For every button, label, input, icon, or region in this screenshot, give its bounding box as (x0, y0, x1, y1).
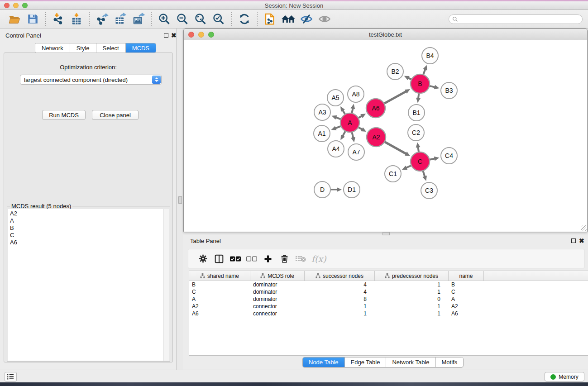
export-image-icon[interactable] (131, 11, 146, 27)
table-cell[interactable]: A (189, 295, 250, 303)
search-field[interactable] (449, 14, 583, 24)
table-cell[interactable]: A6 (189, 310, 250, 317)
table-row[interactable]: Bdominator41B (189, 281, 588, 288)
graph-node-C2[interactable]: C2 (408, 124, 424, 141)
hide-panels-icon[interactable] (299, 11, 314, 27)
table-cell[interactable]: 1 (375, 303, 449, 310)
float-panel-icon[interactable] (164, 33, 168, 38)
export-network-icon[interactable] (95, 11, 110, 27)
table-cell[interactable]: connector (250, 303, 305, 310)
graph-node-B2[interactable]: B2 (387, 63, 403, 80)
tab-select[interactable]: Select (96, 43, 126, 52)
memory-button[interactable]: Memory (545, 372, 584, 381)
graph-node-A2[interactable]: A2 (367, 128, 386, 147)
graph-node-A8[interactable]: A8 (348, 86, 364, 102)
table-cell[interactable]: A2 (189, 303, 250, 310)
graph-node-B3[interactable]: B3 (441, 82, 457, 99)
tab-network[interactable]: Network (35, 43, 70, 52)
horizontal-split-handle[interactable] (382, 232, 390, 235)
network-canvas[interactable]: B4B2BB3A5A8A6B1A3AC2A1A2A4A7C4CC1C3DD1 (184, 41, 587, 232)
tab-edge-table[interactable]: Edge Table (345, 357, 387, 367)
column-view-icon[interactable] (211, 251, 227, 267)
table-row[interactable]: A2connector11A2 (189, 303, 588, 310)
show-panels-icon[interactable] (317, 11, 332, 27)
result-item[interactable]: A2 (10, 210, 163, 217)
add-column-icon[interactable] (260, 251, 276, 267)
zoom-selected-icon[interactable] (211, 11, 226, 27)
graph-node-A3[interactable]: A3 (314, 104, 330, 120)
table-row[interactable]: Cdominator41C (189, 288, 588, 295)
table-row[interactable]: Adominator80A (189, 295, 588, 303)
table-cell[interactable]: A6 (449, 310, 484, 317)
function-builder-icon[interactable]: f(x) (311, 254, 326, 264)
column-header-MCDS-role[interactable]: MCDS role (250, 271, 305, 281)
table-cell[interactable]: 4 (305, 281, 375, 288)
float-table-panel-icon[interactable] (571, 238, 576, 243)
graph-node-A5[interactable]: A5 (327, 90, 344, 106)
delete-column-icon[interactable] (276, 251, 292, 267)
table-cell[interactable]: 8 (305, 295, 375, 303)
open-session-icon[interactable] (7, 11, 22, 27)
graph-edge[interactable] (384, 141, 407, 154)
graph-node-C3[interactable]: C3 (421, 182, 437, 199)
table-cell[interactable]: 1 (305, 310, 375, 317)
table-cell[interactable]: connector (250, 310, 305, 317)
graph-node-C4[interactable]: C4 (441, 148, 457, 164)
table-cell[interactable]: 1 (305, 303, 375, 310)
vertical-split-handle[interactable] (178, 196, 182, 204)
resize-grip-icon[interactable] (581, 225, 587, 231)
tab-style[interactable]: Style (70, 43, 96, 52)
graph-node-B[interactable]: B (411, 74, 430, 93)
result-item[interactable]: A6 (10, 239, 163, 246)
result-item[interactable]: A (10, 217, 163, 224)
home-icon[interactable] (281, 11, 296, 27)
delete-table-icon[interactable] (292, 251, 309, 267)
graph-edge[interactable] (383, 91, 407, 104)
tab-node-table[interactable]: Node Table (303, 357, 345, 367)
column-header-successor-nodes[interactable]: successor nodes (305, 271, 375, 281)
new-network-file-icon[interactable] (263, 11, 278, 27)
table-cell[interactable]: 1 (375, 288, 449, 295)
criterion-dropdown[interactable]: largest connected component (directed) (20, 75, 162, 85)
table-settings-gear-icon[interactable] (195, 251, 211, 267)
import-network-icon[interactable] (51, 11, 66, 27)
result-scrollbar[interactable] (163, 209, 169, 361)
graph-node-B4[interactable]: B4 (422, 48, 438, 64)
tab-motifs[interactable]: Motifs (436, 357, 464, 367)
graph-node-A[interactable]: A (340, 113, 359, 132)
close-panel-button[interactable]: Close panel (92, 110, 139, 120)
run-mcds-button[interactable]: Run MCDS (42, 110, 86, 120)
graph-node-A7[interactable]: A7 (348, 144, 364, 160)
close-table-panel-icon[interactable]: ✖ (579, 238, 584, 243)
search-input[interactable] (458, 16, 582, 23)
graph-node-A4[interactable]: A4 (328, 141, 344, 157)
graph-node-D[interactable]: D (314, 181, 330, 198)
table-cell[interactable]: C (189, 288, 250, 295)
mcds-result-list[interactable]: A2ABCA6 (8, 209, 163, 361)
task-history-button[interactable] (5, 372, 17, 381)
tab-network-table[interactable]: Network Table (386, 357, 435, 367)
zoom-fit-icon[interactable] (193, 11, 208, 27)
tab-mcds[interactable]: MCDS (126, 43, 156, 52)
table-cell[interactable]: A (449, 295, 484, 303)
graph-node-A1[interactable]: A1 (314, 125, 330, 142)
table-cell[interactable]: B (189, 281, 250, 288)
result-item[interactable]: C (10, 232, 163, 239)
graph-node-C1[interactable]: C1 (385, 166, 401, 182)
select-all-icon[interactable] (227, 251, 244, 267)
graph-node-B1[interactable]: B1 (408, 105, 425, 121)
table-cell[interactable]: dominator (250, 288, 305, 295)
result-item[interactable]: B (10, 224, 163, 232)
table-cell[interactable]: 0 (375, 295, 449, 303)
export-table-icon[interactable] (113, 11, 128, 27)
graph-node-D1[interactable]: D1 (344, 181, 360, 198)
deselect-all-icon[interactable] (244, 251, 260, 267)
table-cell[interactable]: B (449, 281, 484, 288)
table-cell[interactable]: dominator (250, 295, 305, 303)
close-panel-icon[interactable]: ✖ (171, 33, 177, 38)
zoom-out-icon[interactable] (175, 11, 190, 27)
node-table[interactable]: shared nameMCDS rolesuccessor nodesprede… (189, 271, 588, 356)
network-window-titlebar[interactable]: testGlobe.txt (184, 29, 587, 40)
table-cell[interactable]: C (449, 288, 484, 295)
table-cell[interactable]: 1 (375, 310, 449, 317)
